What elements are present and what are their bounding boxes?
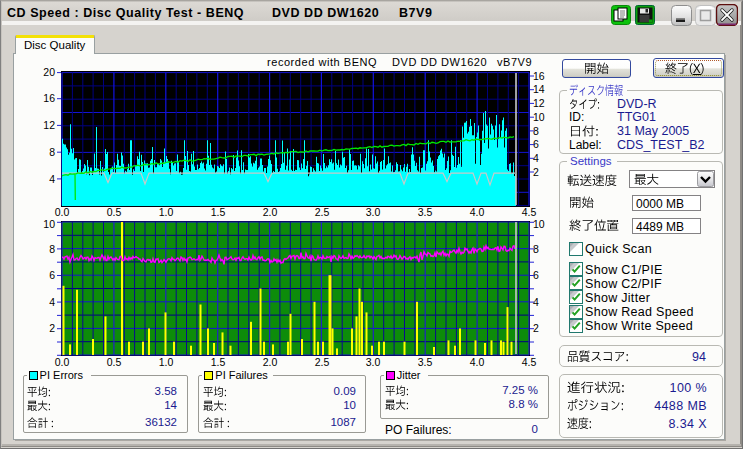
svg-text:2.5: 2.5: [315, 206, 330, 218]
svg-text:10: 10: [533, 111, 545, 123]
svg-text:4.0: 4.0: [470, 206, 485, 218]
svg-text:4: 4: [49, 296, 55, 308]
svg-text:3.5: 3.5: [418, 206, 433, 218]
svg-text:2.0: 2.0: [263, 206, 278, 218]
svg-text:1.5: 1.5: [211, 356, 226, 368]
svg-text:2.5: 2.5: [315, 356, 330, 368]
svg-text:6: 6: [49, 269, 55, 281]
svg-text:0.5: 0.5: [107, 206, 122, 218]
svg-text:3.0: 3.0: [366, 356, 381, 368]
svg-text:12: 12: [533, 97, 545, 109]
svg-text:4.5: 4.5: [522, 206, 537, 218]
svg-text:1.5: 1.5: [211, 206, 226, 218]
svg-text:2.0: 2.0: [263, 356, 278, 368]
svg-text:4: 4: [49, 173, 55, 185]
svg-text:16: 16: [533, 70, 545, 82]
svg-text:1.0: 1.0: [159, 356, 174, 368]
svg-text:1.0: 1.0: [159, 206, 174, 218]
svg-text:20: 20: [43, 66, 55, 78]
svg-text:14: 14: [533, 83, 545, 95]
svg-text:0.0: 0.0: [55, 356, 70, 368]
svg-text:2: 2: [49, 322, 55, 334]
svg-text:8: 8: [49, 146, 55, 158]
svg-text:4.0: 4.0: [470, 356, 485, 368]
svg-text:10: 10: [533, 218, 545, 230]
svg-text:12: 12: [43, 119, 55, 131]
svg-text:3.5: 3.5: [418, 356, 433, 368]
svg-text:0.0: 0.0: [55, 206, 70, 218]
svg-text:10: 10: [43, 218, 55, 230]
svg-text:0.5: 0.5: [107, 356, 122, 368]
svg-text:3.0: 3.0: [366, 206, 381, 218]
svg-text:16: 16: [43, 92, 55, 104]
svg-text:8: 8: [49, 243, 55, 255]
svg-text:4.5: 4.5: [522, 356, 537, 368]
